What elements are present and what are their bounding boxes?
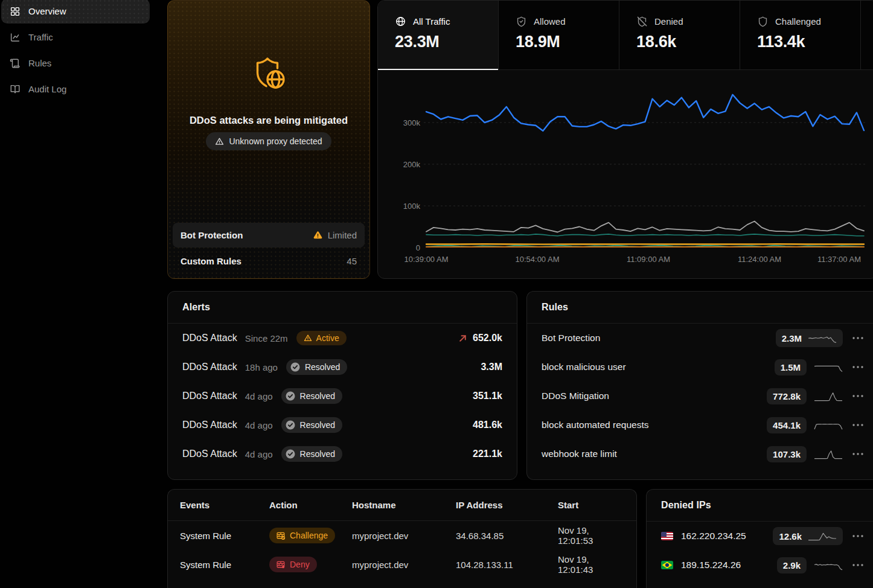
alert-row[interactable]: DDoS Attack 18h ago Resolved 3.3M (168, 353, 517, 382)
tab-challenged[interactable]: Challenged 113.4k (740, 1, 861, 69)
rules-title: Rules (542, 302, 568, 313)
mitigation-card: DDoS attacks are being mitigated Unknown… (167, 0, 370, 279)
rules-panel: Rules Bot Protection 2.3M block maliciou… (526, 291, 873, 480)
alerts-panel: Alerts DDoS Attack Since 22m Active 652.… (167, 291, 517, 480)
svg-text:200k: 200k (403, 160, 421, 169)
denied-ips-panel: Denied IPs 162.220.234.25 12.6k 189.15.2… (646, 489, 873, 588)
sparkline (814, 448, 843, 460)
denied-count-pill: 2.9k (777, 557, 807, 574)
custom-rules-row[interactable]: Custom Rules 45 (173, 249, 365, 273)
shield-check-icon (516, 16, 527, 27)
status-badge-resolved: Resolved (281, 446, 342, 462)
tab-value: 18.6k (636, 33, 740, 51)
event-type: System Rule (180, 531, 269, 541)
sparkline (814, 390, 843, 402)
firewall-flame-icon (277, 560, 286, 569)
traffic-tabs: All Traffic 23.3M Allowed 18.9M Denied 1… (378, 1, 873, 70)
ddos-dashboard: Overview Traffic Rules Audit Log (0, 0, 873, 588)
denied-ip-address: 189.15.224.26 (681, 560, 741, 570)
tab-value: 23.3M (395, 33, 498, 51)
denied-ip-row[interactable]: 189.15.224.26 2.9k (647, 551, 873, 580)
bot-protection-label: Bot Protection (181, 230, 243, 240)
rule-row[interactable]: DDoS Mitigation 772.8k (527, 382, 873, 411)
rule-count-pill: 2.3M (776, 329, 843, 347)
bot-protection-row[interactable]: Bot Protection Limited (173, 223, 365, 248)
status-badge-resolved: Resolved (281, 417, 342, 433)
row-menu-button[interactable] (852, 564, 863, 566)
tab-value: 113.4k (757, 33, 860, 51)
event-hostname: myproject.dev (352, 531, 456, 541)
status-badge-active: Active (296, 331, 347, 345)
event-row[interactable]: System Rule Deny myproject.dev 104.28.13… (168, 550, 636, 579)
event-ip: 34.68.34.85 (456, 531, 558, 541)
event-row[interactable]: System Rule Challenge myproject.dev 34.6… (168, 521, 636, 550)
action-badge-challenge: Challenge (269, 528, 335, 543)
col-start: Start (558, 500, 624, 510)
traffic-panel: All Traffic 23.3M Allowed 18.9M Denied 1… (377, 0, 873, 279)
rule-count-pill: 1.5M (775, 359, 807, 375)
tab-label: Denied (654, 16, 683, 27)
row-menu-button[interactable] (852, 424, 863, 426)
sidebar-item-label: Audit Log (28, 84, 66, 94)
warning-filled-icon (313, 230, 323, 240)
warning-triangle-icon (304, 334, 312, 342)
bot-protection-value: Limited (328, 230, 357, 240)
row-menu-button[interactable] (852, 395, 863, 397)
row-menu-button[interactable] (852, 535, 863, 537)
alert-row[interactable]: DDoS Attack 4d ago Resolved 481.6k (168, 411, 517, 439)
action-badge-deny: Deny (269, 557, 317, 572)
sidebar-item-rules[interactable]: Rules (1, 51, 150, 75)
sparkline (814, 419, 843, 431)
sparkline (814, 361, 843, 373)
sparkline (808, 530, 837, 542)
br-flag-icon (661, 561, 673, 569)
sidebar-item-overview[interactable]: Overview (1, 0, 150, 24)
sparkline (814, 559, 843, 571)
svg-text:300k: 300k (403, 118, 421, 127)
check-circle-icon (285, 449, 296, 459)
alert-row[interactable]: DDoS Attack Since 22m Active 652.0k (168, 324, 517, 353)
sidebar-item-traffic[interactable]: Traffic (1, 25, 150, 50)
traffic-chart[interactable]: 300k200k100k010:39:00 AM10:54:00 AM11:09… (378, 70, 873, 279)
rule-row[interactable]: block automated requests 454.1k (527, 411, 873, 439)
ellipsis-icon (852, 564, 863, 566)
rule-count-pill: 772.8k (767, 388, 807, 404)
rule-row[interactable]: block malicious user 1.5M (527, 353, 873, 382)
rule-row[interactable]: webhook rate limit 107.3k (527, 439, 873, 468)
grid-icon (10, 6, 21, 17)
col-ip: IP Address (456, 500, 558, 510)
col-events: Events (180, 500, 269, 510)
sidebar-item-label: Rules (28, 58, 51, 68)
svg-text:11:37:00 AM: 11:37:00 AM (817, 255, 861, 264)
tab-all-traffic[interactable]: All Traffic 23.3M (378, 1, 499, 69)
rule-count-pill: 107.3k (767, 446, 807, 462)
events-panel: Events Action Hostname IP Address Start … (167, 489, 637, 588)
sidebar-item-label: Overview (28, 6, 66, 16)
tab-label: Challenged (775, 16, 821, 27)
status-badge-resolved: Resolved (286, 359, 347, 375)
alert-row[interactable]: DDoS Attack 4d ago Resolved 351.1k (168, 382, 517, 411)
book-icon (10, 84, 21, 95)
sidebar: Overview Traffic Rules Audit Log (0, 0, 151, 103)
ellipsis-icon (852, 453, 863, 455)
row-menu-button[interactable] (852, 453, 863, 455)
scroll-icon (10, 58, 21, 69)
rule-count-pill: 454.1k (767, 417, 807, 433)
sidebar-item-audit-log[interactable]: Audit Log (1, 77, 150, 101)
denied-ip-row[interactable]: 162.220.234.25 12.6k (647, 522, 873, 551)
trend-up-icon (458, 334, 467, 343)
custom-rules-label: Custom Rules (181, 256, 241, 266)
mitigation-title: DDoS attacks are being mitigated (168, 115, 369, 126)
svg-text:11:24:00 AM: 11:24:00 AM (738, 255, 781, 264)
row-menu-button[interactable] (852, 337, 863, 339)
tab-allowed[interactable]: Allowed 18.9M (499, 1, 619, 69)
alert-name: DDoS Attack (182, 333, 237, 344)
ellipsis-icon (852, 337, 863, 339)
rule-row[interactable]: Bot Protection 2.3M (527, 324, 873, 353)
alert-row[interactable]: DDoS Attack 4d ago Resolved 221.1k (168, 439, 517, 468)
tab-denied[interactable]: Denied 18.6k (619, 1, 740, 69)
col-hostname: Hostname (352, 500, 456, 510)
status-badge-resolved: Resolved (281, 388, 342, 404)
rule-name: Bot Protection (542, 333, 600, 344)
row-menu-button[interactable] (852, 366, 863, 368)
